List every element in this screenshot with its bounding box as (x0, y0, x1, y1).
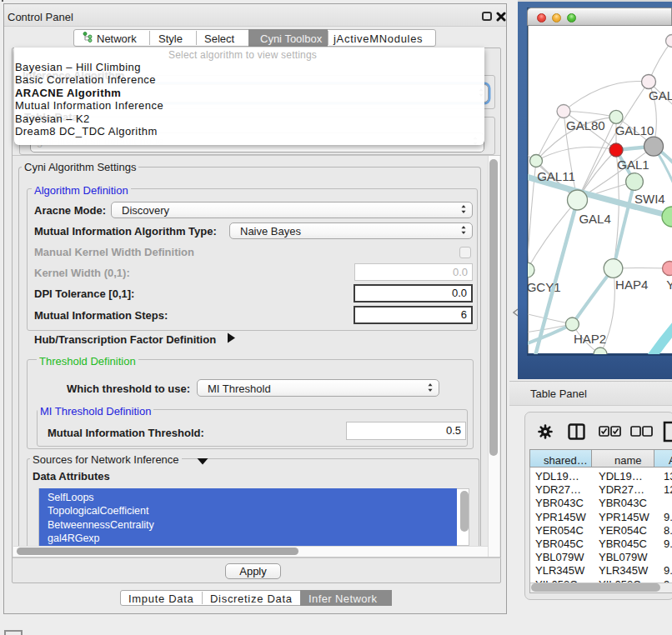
svg-text:GAL2: GAL2 (649, 88, 672, 102)
svg-text:SWI4: SWI4 (634, 192, 665, 206)
svg-text:GAL80: GAL80 (566, 118, 605, 132)
svg-text:GAL11: GAL11 (537, 169, 575, 183)
svg-text:GAL1: GAL1 (617, 158, 649, 172)
svg-text:GCY1: GCY1 (528, 280, 561, 294)
svg-text:HAP2: HAP2 (574, 332, 606, 346)
svg-text:GAL10: GAL10 (615, 123, 654, 138)
svg-text:Y: Y (666, 278, 672, 292)
svg-text:GAL4: GAL4 (579, 212, 610, 226)
svg-text:HAP4: HAP4 (615, 278, 648, 292)
